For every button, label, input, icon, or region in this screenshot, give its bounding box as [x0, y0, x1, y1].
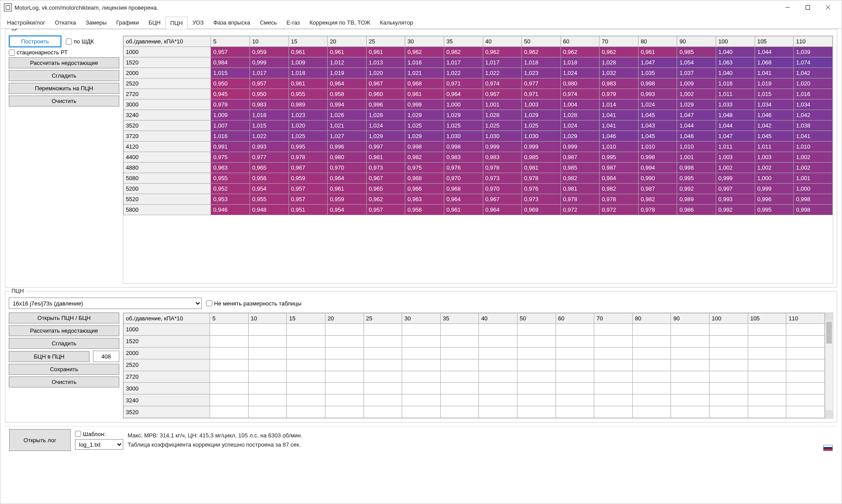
kp-row-header[interactable]: 1000 — [124, 47, 211, 57]
kp-row-header[interactable]: 5080 — [124, 173, 211, 184]
pcn-cell[interactable] — [364, 347, 402, 359]
kp-cell[interactable]: 0,998 — [677, 163, 716, 173]
pcn-cell[interactable] — [556, 335, 594, 347]
kp-cell[interactable]: 0,961 — [289, 47, 328, 57]
kp-col-header[interactable]: 70 — [599, 36, 639, 47]
kp-cell[interactable]: 1,013 — [366, 57, 405, 68]
pcn-cell[interactable] — [402, 394, 441, 406]
kp-cell[interactable]: 0,993 — [250, 142, 289, 152]
pcn-cell[interactable] — [786, 335, 825, 347]
pcn-cell[interactable] — [210, 371, 249, 383]
pcn-cell[interactable] — [248, 359, 287, 371]
kp-cell[interactable]: 1,032 — [599, 68, 639, 78]
kp-cell[interactable]: 1,010 — [599, 142, 639, 152]
kp-cell[interactable]: 0,981 — [560, 184, 599, 194]
pcn-cell[interactable] — [248, 394, 287, 406]
pcn-cell[interactable] — [748, 371, 786, 383]
kp-cell[interactable]: 0,999 — [405, 99, 444, 110]
kp-cell[interactable]: 1,024 — [366, 121, 405, 131]
kp-cell[interactable]: 0,977 — [250, 152, 289, 163]
pcn-cell[interactable] — [671, 383, 710, 394]
kp-cell[interactable]: 1,017 — [483, 57, 522, 68]
kp-cell[interactable]: 0,994 — [328, 99, 367, 110]
pcn-cell[interactable] — [556, 371, 594, 383]
kp-cell[interactable]: 0,962 — [483, 47, 522, 57]
pcn-row-header[interactable]: 1000 — [124, 324, 210, 336]
pcn-row-header[interactable]: 3000 — [124, 383, 210, 394]
kp-cell[interactable]: 1,035 — [638, 68, 677, 78]
kp-cell[interactable]: 1,045 — [638, 110, 677, 121]
pcn-cell[interactable] — [287, 394, 325, 406]
kp-cell[interactable]: 1,029 — [522, 110, 561, 121]
kp-cell[interactable]: 1,074 — [794, 57, 833, 68]
kp-cell[interactable]: 0,957 — [366, 205, 405, 215]
tab-9[interactable]: Е-газ — [282, 16, 305, 28]
bcn-value-input[interactable] — [93, 351, 119, 362]
pcn-cell[interactable] — [287, 406, 325, 418]
kp-cell[interactable]: 1,022 — [483, 68, 522, 78]
pcn-cell[interactable] — [786, 383, 825, 394]
keep-dim-checkbox[interactable]: Не менять размерность таблицы — [206, 300, 301, 307]
pcn-col-header[interactable]: 80 — [632, 313, 671, 324]
kp-cell[interactable]: 1,015 — [250, 121, 289, 131]
kp-cell[interactable]: 1,028 — [483, 110, 522, 121]
pcn-cell[interactable] — [671, 324, 710, 336]
kp-cell[interactable]: 0,961 — [366, 47, 405, 57]
kp-row-header[interactable]: 3720 — [124, 131, 211, 142]
kp-cell[interactable]: 1,009 — [211, 110, 250, 121]
kp-cell[interactable]: 1,015 — [755, 89, 794, 99]
kp-cell[interactable]: 0,972 — [560, 205, 599, 215]
kp-cell[interactable]: 1,017 — [444, 57, 483, 68]
kp-cell[interactable]: 0,960 — [366, 89, 405, 99]
kp-col-header[interactable]: 100 — [716, 36, 755, 47]
kp-cell[interactable]: 1,028 — [599, 57, 639, 68]
pcn-col-header[interactable]: 20 — [325, 313, 364, 324]
pcn-cell[interactable] — [517, 383, 556, 394]
pcn-cell[interactable] — [671, 406, 710, 418]
pcn-cell[interactable] — [632, 335, 671, 347]
pcn-cell[interactable] — [594, 359, 633, 371]
pcn-cell[interactable] — [210, 359, 249, 371]
pcn-cell[interactable] — [748, 406, 786, 418]
pcn-cell[interactable] — [517, 324, 556, 336]
kp-cell[interactable]: 0,955 — [250, 194, 289, 205]
pcn-cell[interactable] — [556, 383, 594, 394]
kp-col-header[interactable]: 105 — [755, 36, 794, 47]
kp-cell[interactable]: 0,989 — [289, 99, 328, 110]
pcn-cell[interactable] — [248, 371, 287, 383]
kp-cell[interactable]: 1,019 — [328, 68, 367, 78]
kp-cell[interactable]: 0,950 — [250, 89, 289, 99]
pcn-cell[interactable] — [594, 394, 633, 406]
kp-cell[interactable]: 0,967 — [483, 194, 522, 205]
kp-cell[interactable]: 1,047 — [638, 57, 677, 68]
kp-cell[interactable]: 0,973 — [366, 163, 405, 173]
kp-cell[interactable]: 1,034 — [755, 99, 794, 110]
pcn-cell[interactable] — [710, 359, 748, 371]
kp-row-header[interactable]: 4880 — [124, 163, 211, 173]
pcn-cell[interactable] — [440, 324, 479, 336]
kp-cell[interactable]: 1,002 — [794, 152, 833, 163]
kp-cell[interactable]: 0,948 — [250, 205, 289, 215]
kp-cell[interactable]: 0,970 — [483, 184, 522, 194]
calc-missing-button[interactable]: Рассчитать недостающие — [9, 57, 119, 68]
pcn-cell[interactable] — [632, 394, 671, 406]
kp-cell[interactable]: 0,982 — [405, 152, 444, 163]
kp-cell[interactable]: 1,023 — [289, 110, 328, 121]
pcn-col-header[interactable]: 50 — [517, 313, 556, 324]
kp-cell[interactable]: 1,027 — [328, 131, 367, 142]
kp-cell[interactable]: 0,987 — [599, 163, 639, 173]
kp-row-header[interactable]: 3240 — [124, 110, 211, 121]
pcn-cell[interactable] — [440, 335, 479, 347]
pcn-cell[interactable] — [364, 394, 402, 406]
kp-cell[interactable]: 1,039 — [794, 47, 833, 57]
pcn-cell[interactable] — [748, 347, 786, 359]
kp-cell[interactable]: 1,021 — [405, 68, 444, 78]
pcn-cell[interactable] — [325, 324, 364, 336]
kp-cell[interactable]: 1,012 — [328, 57, 367, 68]
pcn-cell[interactable] — [632, 371, 671, 383]
kp-cell[interactable]: 1,042 — [794, 68, 833, 78]
kp-cell[interactable]: 1,000 — [444, 99, 483, 110]
kp-cell[interactable]: 1,037 — [677, 68, 716, 78]
kp-cell[interactable]: 0,961 — [405, 89, 444, 99]
kp-cell[interactable]: 0,964 — [444, 89, 483, 99]
